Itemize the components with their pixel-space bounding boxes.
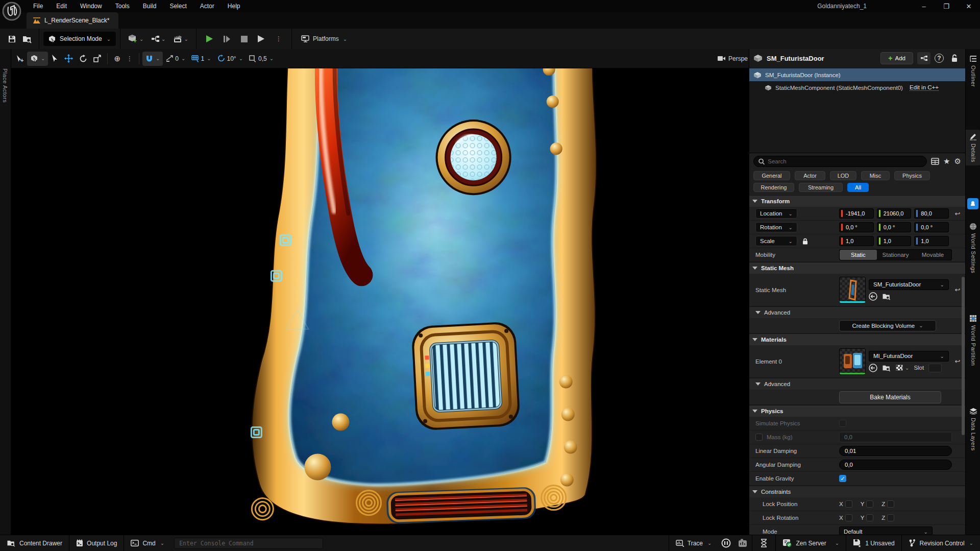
menu-edit[interactable]: Edit [50, 1, 74, 12]
play-options-kebab-icon[interactable]: ⋮ [271, 32, 286, 46]
insights-button[interactable] [718, 535, 734, 551]
lock-rotation-x-checkbox[interactable] [845, 514, 852, 521]
favorites-star-icon[interactable]: ★ [943, 157, 950, 166]
section-static-mesh[interactable]: Static Mesh [749, 262, 965, 274]
section-constraints[interactable]: Constraints [749, 486, 965, 497]
filter-rendering[interactable]: Rendering [753, 183, 794, 192]
unsaved-changes-button[interactable]: 1 Unsaved [846, 535, 901, 551]
tree-row-static-mesh-component[interactable]: StaticMeshComponent (StaticMeshComponent… [749, 81, 965, 94]
scale-y-field[interactable]: 1,0 [877, 236, 912, 246]
enable-gravity-checkbox[interactable]: ✓ [839, 475, 846, 482]
restore-button[interactable]: ❐ [935, 0, 958, 12]
search-input-wrap[interactable] [753, 156, 927, 167]
menu-tools[interactable]: Tools [109, 1, 136, 12]
lock-position-z-checkbox[interactable] [887, 500, 894, 508]
tab-world-partition[interactable]: World Partition [966, 315, 980, 366]
lock-rotation-y-checkbox[interactable] [866, 514, 873, 521]
section-materials-advanced[interactable]: Advanced [749, 378, 965, 390]
tree-row-instance[interactable]: SM_FuturistaDoor (Instance) [749, 68, 965, 81]
edit-in-cpp-link[interactable]: Edit in C++ [910, 84, 939, 91]
use-selected-asset-icon[interactable] [869, 292, 877, 301]
stats-button[interactable] [734, 535, 752, 551]
scale-tool[interactable] [90, 52, 104, 66]
tab-world-settings[interactable]: World Settings [966, 223, 980, 273]
section-transform[interactable]: Transform [749, 195, 965, 207]
mobility-static[interactable]: Static [840, 250, 877, 260]
tab-outliner[interactable]: Outliner [966, 55, 980, 87]
add-actor-dropdown[interactable]: + ⌄ [125, 32, 147, 46]
rotate-tool[interactable] [76, 52, 90, 66]
revision-control-dropdown[interactable]: Revision Control⌄ [902, 535, 980, 551]
lock-rotation-z-checkbox[interactable] [887, 514, 894, 521]
reset-location-icon[interactable]: ↩ [952, 210, 963, 218]
material-thumbnail[interactable] [839, 348, 866, 375]
unlock-icon[interactable] [948, 52, 961, 64]
rotation-x-field[interactable]: 0,0 ° [839, 222, 874, 232]
pinned-panel-icon[interactable] [967, 198, 978, 209]
browse-to-asset-icon[interactable] [882, 364, 891, 372]
angular-damping-field[interactable]: 0,0 [839, 460, 952, 470]
menu-select[interactable]: Select [163, 1, 193, 12]
filter-all[interactable]: All [847, 183, 869, 192]
location-dropdown[interactable]: Location⌄ [755, 208, 797, 219]
rotation-y-field[interactable]: 0,0 ° [877, 222, 912, 232]
section-static-mesh-advanced[interactable]: Advanced [749, 306, 965, 318]
filter-general[interactable]: General [753, 171, 790, 180]
browse-content-button[interactable] [19, 32, 35, 46]
content-drawer-button[interactable]: Content Drawer [0, 535, 69, 551]
platforms-dropdown[interactable]: Platforms ⌄ [296, 35, 352, 43]
rotation-snap-value[interactable]: 10°⌄ [214, 52, 247, 66]
cmd-dropdown[interactable]: Cmd⌄ [124, 535, 171, 551]
mobility-movable[interactable]: Movable [914, 250, 951, 260]
surface-snap-value[interactable]: 0⌄ [163, 52, 188, 66]
menu-file[interactable]: File [27, 1, 50, 12]
mass-override-checkbox[interactable] [755, 434, 763, 441]
scale-snap-value[interactable]: 0,5⌄ [246, 52, 277, 66]
section-physics[interactable]: Physics [749, 405, 965, 417]
place-actor-tool-button[interactable]: + [12, 52, 27, 66]
tab-level[interactable]: L_RenderScene_Black* [27, 12, 118, 29]
output-log-button[interactable]: Output Log [69, 535, 124, 551]
menu-actor[interactable]: Actor [193, 1, 221, 12]
select-tool-dropdown[interactable]: ⌄ [27, 52, 48, 66]
material-options-dropdown[interactable]: ⌄ [896, 365, 909, 371]
eject-button[interactable] [254, 32, 269, 46]
filter-lod[interactable]: LOD [830, 171, 856, 180]
scale-dropdown[interactable]: Scale⌄ [755, 236, 797, 246]
scale-x-field[interactable]: 1,0 [839, 236, 874, 246]
place-actors-tab[interactable]: Place Actors [2, 68, 8, 103]
selection-mode-dropdown[interactable]: Selection Mode ⌄ [43, 32, 116, 46]
save-button[interactable] [4, 32, 19, 46]
browse-to-asset-icon[interactable] [882, 293, 891, 300]
location-z-field[interactable]: 80,0 [914, 208, 949, 219]
world-local-toggle[interactable]: ⊕ [111, 52, 124, 66]
filter-streaming[interactable]: Streaming [799, 183, 843, 192]
edit-blueprint-button[interactable] [917, 52, 930, 64]
section-materials[interactable]: Materials [749, 333, 965, 345]
linear-damping-field[interactable]: 0,01 [839, 446, 952, 456]
simulate-physics-checkbox[interactable] [839, 420, 846, 427]
tab-data-layers[interactable]: Data Layers [966, 408, 980, 451]
cinematics-dropdown[interactable]: ⌄ [169, 32, 192, 46]
rotation-dropdown[interactable]: Rotation⌄ [755, 222, 797, 232]
details-scrollbar[interactable] [962, 277, 965, 435]
scale-lock-icon[interactable] [802, 238, 808, 245]
create-blocking-volume-button[interactable]: Create Blocking Volume⌄ [839, 320, 936, 331]
close-button[interactable]: ✕ [958, 0, 980, 12]
static-mesh-thumbnail[interactable] [839, 277, 866, 303]
minimize-button[interactable]: – [913, 0, 935, 12]
console-command-input[interactable] [174, 538, 323, 549]
grid-snap-value[interactable]: 1⌄ [188, 52, 214, 66]
filter-actor[interactable]: Actor [795, 171, 825, 180]
filter-physics[interactable]: Physics [894, 171, 930, 180]
rotation-z-field[interactable]: 0,0 ° [914, 222, 949, 232]
zen-server-dropdown[interactable]: Zen Server⌄ [776, 535, 846, 551]
camera-mode-label[interactable]: Perspe [728, 55, 748, 62]
move-tool[interactable] [61, 52, 76, 66]
trace-dropdown[interactable]: Trace⌄ [669, 535, 719, 551]
select-arrow-tool[interactable] [48, 52, 61, 66]
mobility-stationary[interactable]: Stationary [877, 250, 914, 260]
bake-materials-button[interactable]: Bake Materials [839, 391, 941, 403]
menu-build[interactable]: Build [136, 1, 163, 12]
slot-name-field[interactable] [928, 364, 942, 372]
